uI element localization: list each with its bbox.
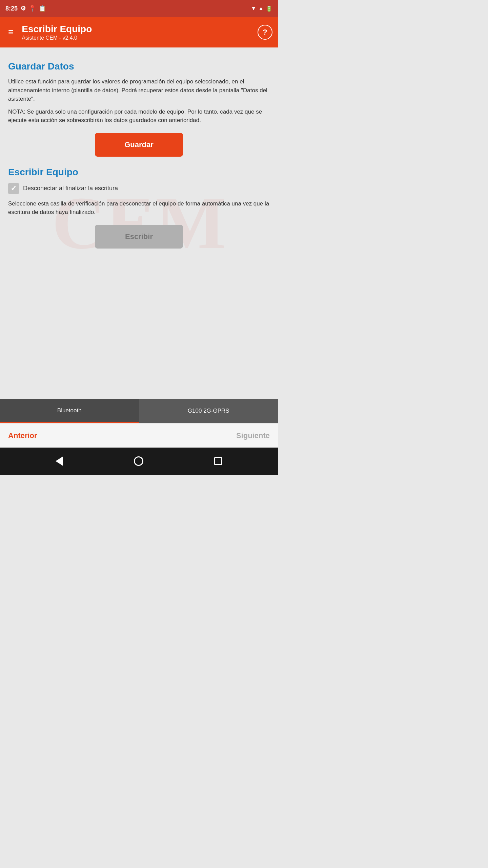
checkbox-row: ✓ Desconectar al finalizar la escritura <box>8 183 270 194</box>
status-left: 8:25 ⚙ 📍 📋 <box>5 5 46 12</box>
escribir-title: Escribir Equipo <box>8 167 270 178</box>
checkmark-icon: ✓ <box>11 184 17 193</box>
status-bar: 8:25 ⚙ 📍 📋 ▼ ▲ 🔋 <box>0 0 278 17</box>
home-button[interactable] <box>134 456 143 466</box>
siguiente-button[interactable]: Siguiente <box>236 431 270 440</box>
help-button[interactable]: ? <box>258 25 272 40</box>
tab-g100[interactable]: G100 2G-GPRS <box>139 399 278 423</box>
location-icon: 📍 <box>28 5 36 12</box>
guardar-button[interactable]: Guardar <box>95 133 183 157</box>
disconnect-checkbox[interactable]: ✓ <box>8 183 19 194</box>
menu-button[interactable]: ≡ <box>5 24 16 40</box>
home-icon <box>134 456 143 466</box>
checkbox-label: Desconectar al finalizar la escritura <box>23 185 118 192</box>
guardar-description2: NOTA: Se guarda solo una configuración p… <box>8 107 270 125</box>
escribir-section: Escribir Equipo ✓ Desconectar al finaliz… <box>8 167 270 249</box>
status-time: 8:25 <box>5 5 18 12</box>
android-nav-bar <box>0 448 278 475</box>
app-subtitle: Asistente CEM - v2.4.0 <box>22 35 258 41</box>
bottom-tabs: Bluetooth G100 2G-GPRS <box>0 399 278 423</box>
signal-icon: ▲ <box>258 5 264 12</box>
app-bar-title: Escribir Equipo Asistente CEM - v2.4.0 <box>22 23 258 41</box>
guardar-description1: Utilice esta función para guardar los va… <box>8 77 270 103</box>
guardar-title: Guardar Datos <box>8 61 270 72</box>
main-content: CEM Guardar Datos Utilice esta función p… <box>0 47 278 399</box>
checkbox-description: Seleccione esta casilla de verificación … <box>8 199 270 217</box>
back-button[interactable] <box>56 456 63 466</box>
guardar-section: Guardar Datos Utilice esta función para … <box>8 61 270 157</box>
tab-bluetooth[interactable]: Bluetooth <box>0 399 139 423</box>
escribir-button[interactable]: Escribir <box>95 225 183 249</box>
anterior-button[interactable]: Anterior <box>8 431 37 440</box>
status-right: ▼ ▲ 🔋 <box>251 5 272 12</box>
settings-icon: ⚙ <box>20 5 26 12</box>
wifi-icon: ▼ <box>251 5 256 12</box>
recents-button[interactable] <box>214 457 222 465</box>
recents-icon <box>214 457 222 465</box>
battery-icon: 🔋 <box>266 5 272 12</box>
nav-row: Anterior Siguiente <box>0 423 278 448</box>
app-bar: ≡ Escribir Equipo Asistente CEM - v2.4.0… <box>0 17 278 47</box>
sim-icon: 📋 <box>39 5 46 12</box>
page-title: Escribir Equipo <box>22 23 258 35</box>
back-icon <box>56 456 63 466</box>
